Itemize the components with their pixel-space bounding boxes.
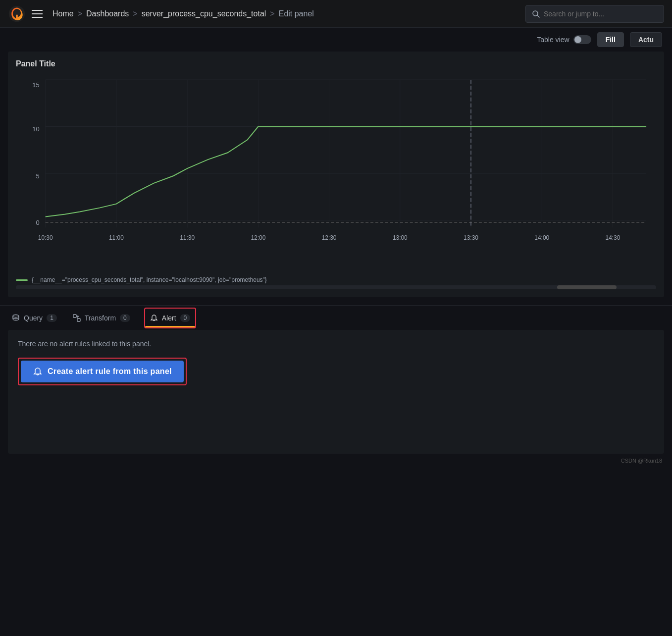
panel-container: Panel Title xyxy=(8,52,664,297)
alert-content: There are no alert rules linked to this … xyxy=(8,330,664,454)
topbar: Home > Dashboards > server_process_cpu_s… xyxy=(0,0,672,28)
chart-area: 0 5 10 15 10:30 11:00 11:30 12:00 12:30 … xyxy=(16,74,656,272)
svg-line-2 xyxy=(537,15,539,17)
breadcrumb-sep2: > xyxy=(133,9,137,18)
chart-legend: {__name__="process_cpu_seconds_total", i… xyxy=(16,276,656,283)
svg-text:13:30: 13:30 xyxy=(464,234,478,241)
svg-text:10: 10 xyxy=(32,125,39,133)
scrollbar-thumb[interactable] xyxy=(557,285,617,289)
svg-text:0: 0 xyxy=(36,219,40,226)
footer-watermark: CSDN @Rkun18 xyxy=(0,454,672,468)
svg-text:12:00: 12:00 xyxy=(251,234,265,241)
tab-alert-label: Alert xyxy=(162,314,176,322)
table-view-switch[interactable] xyxy=(573,35,591,44)
legend-color-indicator xyxy=(16,279,28,281)
tab-query-label: Query xyxy=(24,314,43,322)
actual-button[interactable]: Actu xyxy=(630,32,662,47)
no-rules-text: There are no alert rules linked to this … xyxy=(18,340,654,348)
create-alert-button-wrapper: Create alert rule from this panel xyxy=(18,358,187,385)
grafana-logo xyxy=(8,5,26,23)
svg-rect-35 xyxy=(77,318,80,321)
svg-text:15: 15 xyxy=(32,81,39,89)
svg-text:12:30: 12:30 xyxy=(322,234,337,241)
tab-transform[interactable]: Transform 0 xyxy=(71,306,132,330)
create-alert-bell-icon xyxy=(33,367,43,376)
legend-text: {__name__="process_cpu_seconds_total", i… xyxy=(32,276,267,283)
svg-text:11:00: 11:00 xyxy=(109,234,124,241)
svg-text:11:30: 11:30 xyxy=(180,234,195,241)
breadcrumb-current: Edit panel xyxy=(279,9,314,18)
create-alert-button[interactable]: Create alert rule from this panel xyxy=(21,361,184,382)
table-view-label: Table view xyxy=(537,36,569,44)
svg-text:13:00: 13:00 xyxy=(393,234,408,241)
chart-scrollbar[interactable] xyxy=(16,285,656,289)
create-alert-button-label: Create alert rule from this panel xyxy=(48,367,172,376)
search-bar[interactable] xyxy=(525,5,664,23)
bell-icon xyxy=(150,314,158,322)
tab-alert-badge: 0 xyxy=(180,314,191,322)
breadcrumb-dashboard-name[interactable]: server_process_cpu_seconds_total xyxy=(142,9,266,18)
search-icon xyxy=(532,10,540,18)
tab-transform-badge: 0 xyxy=(120,314,130,322)
svg-point-33 xyxy=(13,315,19,317)
search-input[interactable] xyxy=(544,10,653,18)
breadcrumb-home[interactable]: Home xyxy=(52,9,74,18)
svg-rect-34 xyxy=(73,315,76,318)
fill-button[interactable]: Fill xyxy=(597,32,624,47)
tab-query[interactable]: Query 1 xyxy=(10,306,59,330)
tab-query-badge: 1 xyxy=(47,314,57,322)
svg-text:14:00: 14:00 xyxy=(534,234,549,241)
topbar-left: Home > Dashboards > server_process_cpu_s… xyxy=(8,5,314,23)
bottom-tabs: Query 1 Transform 0 Alert 0 xyxy=(0,305,672,330)
svg-text:14:30: 14:30 xyxy=(606,234,620,241)
chart-svg: 0 5 10 15 10:30 11:00 11:30 12:00 12:30 … xyxy=(16,74,656,272)
breadcrumb-sep3: > xyxy=(270,9,274,18)
breadcrumb-dashboards[interactable]: Dashboards xyxy=(86,9,129,18)
hamburger-menu[interactable] xyxy=(32,10,43,18)
toolbar: Table view Fill Actu xyxy=(0,28,672,52)
transform-icon xyxy=(73,314,81,322)
breadcrumb: Home > Dashboards > server_process_cpu_s… xyxy=(52,9,314,18)
database-icon xyxy=(12,314,20,322)
tab-alert[interactable]: Alert 0 xyxy=(144,308,196,328)
svg-text:5: 5 xyxy=(36,172,40,180)
table-view-toggle: Table view xyxy=(537,35,591,44)
panel-title: Panel Title xyxy=(16,59,656,68)
svg-text:10:30: 10:30 xyxy=(38,234,53,241)
tab-transform-label: Transform xyxy=(85,314,116,322)
breadcrumb-sep1: > xyxy=(78,9,82,18)
